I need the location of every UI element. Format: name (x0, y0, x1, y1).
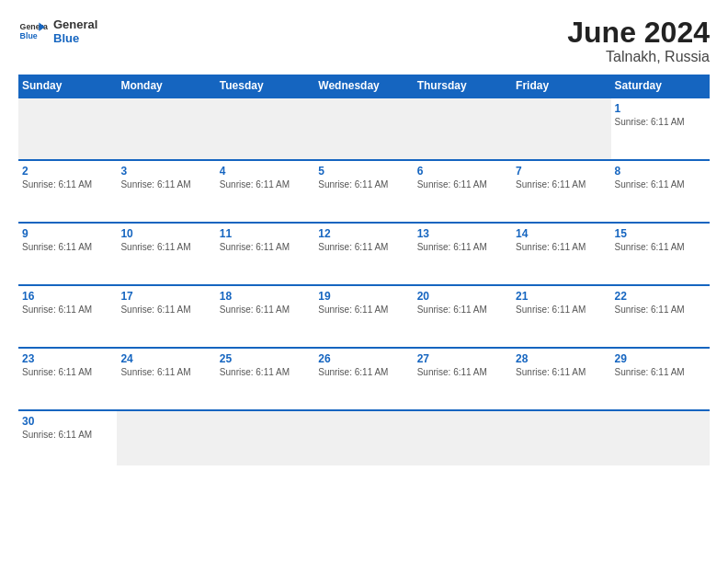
calendar-week-row: 9Sunrise: 6:11 AM10Sunrise: 6:11 AM11Sun… (18, 223, 710, 285)
calendar-header-row: Sunday Monday Tuesday Wednesday Thursday… (18, 75, 710, 98)
day-number: 13 (417, 227, 508, 240)
day-number: 3 (120, 165, 211, 178)
day-sunrise: Sunrise: 6:11 AM (120, 179, 211, 190)
day-number: 7 (516, 165, 607, 178)
calendar-cell: 23Sunrise: 6:11 AM (18, 348, 117, 410)
calendar-cell: 28Sunrise: 6:11 AM (512, 348, 610, 410)
svg-text:Blue: Blue (20, 31, 38, 40)
day-sunrise: Sunrise: 6:11 AM (516, 242, 607, 252)
calendar-cell (414, 98, 512, 160)
calendar-cell (18, 98, 117, 160)
calendar-cell: 27Sunrise: 6:11 AM (414, 348, 512, 410)
day-number: 27 (417, 352, 508, 365)
day-sunrise: Sunrise: 6:11 AM (318, 367, 409, 377)
day-number: 1 (615, 102, 706, 115)
calendar-cell (117, 98, 215, 160)
day-sunrise: Sunrise: 6:11 AM (220, 242, 311, 252)
calendar-cell (512, 98, 610, 160)
calendar-cell: 14Sunrise: 6:11 AM (512, 223, 610, 285)
calendar-title: June 2024 (567, 17, 710, 49)
calendar-cell: 8Sunrise: 6:11 AM (611, 160, 710, 223)
day-sunrise: Sunrise: 6:11 AM (417, 304, 508, 315)
day-number: 4 (220, 165, 311, 178)
day-sunrise: Sunrise: 6:11 AM (615, 242, 706, 252)
calendar-cell: 6Sunrise: 6:11 AM (414, 160, 512, 223)
day-number: 9 (22, 227, 113, 240)
day-number: 26 (318, 352, 409, 365)
calendar-cell (314, 410, 413, 465)
calendar-cell (216, 98, 314, 160)
calendar-cell (512, 410, 610, 465)
day-sunrise: Sunrise: 6:11 AM (615, 117, 706, 127)
calendar-cell (216, 410, 314, 465)
calendar-table: Sunday Monday Tuesday Wednesday Thursday… (18, 75, 710, 465)
day-number: 23 (22, 352, 113, 365)
day-number: 11 (220, 227, 311, 240)
day-sunrise: Sunrise: 6:11 AM (318, 179, 409, 190)
calendar-cell: 9Sunrise: 6:11 AM (18, 223, 117, 285)
day-sunrise: Sunrise: 6:11 AM (516, 304, 607, 315)
day-number: 22 (615, 290, 706, 303)
day-sunrise: Sunrise: 6:11 AM (22, 242, 113, 252)
day-number: 20 (417, 290, 508, 303)
day-sunrise: Sunrise: 6:11 AM (516, 179, 607, 190)
calendar-cell (414, 410, 512, 465)
calendar-cell (611, 410, 710, 465)
calendar-cell: 17Sunrise: 6:11 AM (117, 285, 215, 348)
col-wednesday: Wednesday (314, 75, 413, 98)
calendar-cell (117, 410, 215, 465)
day-number: 6 (417, 165, 508, 178)
day-sunrise: Sunrise: 6:11 AM (615, 367, 706, 377)
day-sunrise: Sunrise: 6:11 AM (220, 179, 311, 190)
calendar-cell: 22Sunrise: 6:11 AM (611, 285, 710, 348)
col-tuesday: Tuesday (216, 75, 314, 98)
calendar-cell: 11Sunrise: 6:11 AM (216, 223, 314, 285)
calendar-week-row: 2Sunrise: 6:11 AM3Sunrise: 6:11 AM4Sunri… (18, 160, 710, 223)
day-sunrise: Sunrise: 6:11 AM (120, 304, 211, 315)
day-number: 17 (120, 290, 211, 303)
col-saturday: Saturday (611, 75, 710, 98)
day-number: 18 (220, 290, 311, 303)
day-sunrise: Sunrise: 6:11 AM (417, 242, 508, 252)
day-sunrise: Sunrise: 6:11 AM (120, 367, 211, 377)
day-sunrise: Sunrise: 6:11 AM (318, 242, 409, 252)
day-sunrise: Sunrise: 6:11 AM (417, 179, 508, 190)
day-number: 21 (516, 290, 607, 303)
logo-line2: Blue (53, 31, 97, 45)
calendar-cell: 5Sunrise: 6:11 AM (314, 160, 413, 223)
day-sunrise: Sunrise: 6:11 AM (615, 304, 706, 315)
day-sunrise: Sunrise: 6:11 AM (220, 304, 311, 315)
day-sunrise: Sunrise: 6:11 AM (615, 179, 706, 190)
calendar-cell: 4Sunrise: 6:11 AM (216, 160, 314, 223)
day-number: 24 (120, 352, 211, 365)
day-sunrise: Sunrise: 6:11 AM (22, 179, 113, 190)
calendar-cell: 1Sunrise: 6:11 AM (611, 98, 710, 160)
calendar-cell: 13Sunrise: 6:11 AM (414, 223, 512, 285)
calendar-week-row: 1Sunrise: 6:11 AM (18, 98, 710, 160)
day-number: 29 (615, 352, 706, 365)
day-number: 2 (22, 165, 113, 178)
day-number: 5 (318, 165, 409, 178)
calendar-cell (314, 98, 413, 160)
calendar-cell: 3Sunrise: 6:11 AM (117, 160, 215, 223)
calendar-cell: 15Sunrise: 6:11 AM (611, 223, 710, 285)
day-sunrise: Sunrise: 6:11 AM (318, 304, 409, 315)
calendar-cell: 7Sunrise: 6:11 AM (512, 160, 610, 223)
calendar-cell: 29Sunrise: 6:11 AM (611, 348, 710, 410)
day-number: 14 (516, 227, 607, 240)
day-number: 12 (318, 227, 409, 240)
calendar-week-row: 30Sunrise: 6:11 AM (18, 410, 710, 465)
calendar-cell: 21Sunrise: 6:11 AM (512, 285, 610, 348)
day-sunrise: Sunrise: 6:11 AM (417, 367, 508, 377)
col-friday: Friday (512, 75, 610, 98)
calendar-cell: 19Sunrise: 6:11 AM (314, 285, 413, 348)
logo-icon: General Blue (18, 17, 48, 46)
title-block: June 2024 Talnakh, Russia (567, 17, 710, 65)
calendar-cell: 24Sunrise: 6:11 AM (117, 348, 215, 410)
day-number: 28 (516, 352, 607, 365)
day-sunrise: Sunrise: 6:11 AM (22, 304, 113, 315)
calendar-cell: 10Sunrise: 6:11 AM (117, 223, 215, 285)
day-sunrise: Sunrise: 6:11 AM (220, 367, 311, 377)
col-monday: Monday (117, 75, 215, 98)
day-sunrise: Sunrise: 6:11 AM (120, 242, 211, 252)
